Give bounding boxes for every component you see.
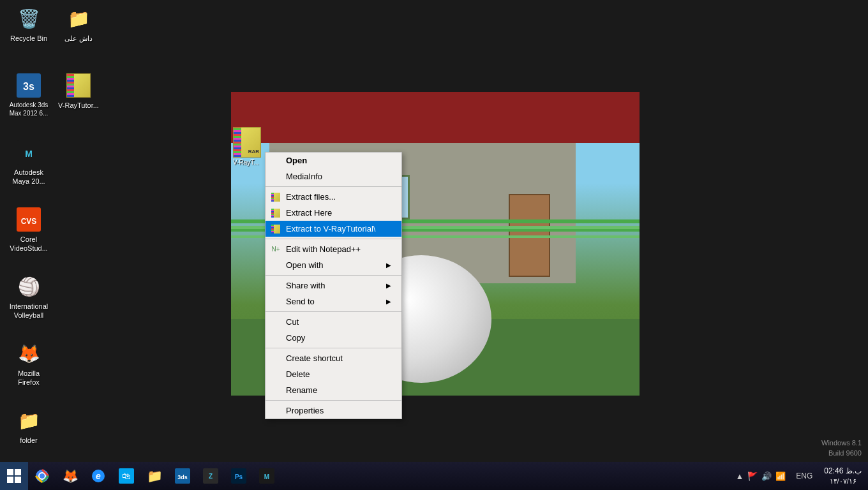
- menu-notepad-label: Edit with Notepad++: [286, 244, 361, 254]
- menu-extract-files-label: Extract files...: [286, 192, 336, 202]
- menu-item-notepad[interactable]: N+ Edit with Notepad++: [266, 241, 401, 257]
- desktop-icon-firefox[interactable]: 🦊 MozillaFirefox: [3, 338, 54, 390]
- dash-ali-label: داش علی: [64, 34, 93, 43]
- scene-roof: [231, 92, 640, 143]
- desktop-icon-dash-ali[interactable]: 📁 داش علی: [53, 3, 104, 45]
- taskbar-photoshop[interactable]: Ps: [225, 462, 253, 490]
- taskbar-icons: 🦊 e 🛍 📁 3ds: [28, 462, 281, 490]
- speaker-icon: 🔊: [761, 471, 772, 481]
- taskbar-firefox[interactable]: 🦊: [56, 462, 84, 490]
- menu-item-cut[interactable]: Cut: [266, 314, 401, 330]
- volleyball-label: InternationalVolleyball: [10, 302, 49, 320]
- taskbar-zbrush[interactable]: Z: [197, 462, 225, 490]
- taskbar-maya[interactable]: M: [253, 462, 281, 490]
- desktop-icon-vray[interactable]: V-RayTutor...: [53, 70, 104, 112]
- desktop-icon-folder[interactable]: 📁 folder: [3, 405, 54, 447]
- menu-item-extract-here[interactable]: Extract Here: [266, 205, 401, 221]
- vray-label: V-RayTutor...: [58, 101, 99, 110]
- menu-create-shortcut-label: Create shortcut: [286, 353, 343, 363]
- taskbar-folder[interactable]: 📁: [140, 462, 168, 490]
- send-to-arrow: ▶: [386, 298, 391, 305]
- taskbar-store[interactable]: 🛍: [112, 462, 140, 490]
- windows-version-line1: Windows 8.1: [821, 438, 862, 448]
- svg-text:M: M: [264, 473, 269, 480]
- maya-label: AutodeskMaya 20...: [12, 168, 45, 186]
- svg-text:3s: 3s: [23, 81, 34, 92]
- desktop: 🗑️ Recycle Bin 📁 داش علی 3s Autodesk 3ds…: [0, 0, 868, 490]
- menu-item-properties[interactable]: Properties: [266, 403, 401, 419]
- menu-separator-5: [266, 348, 401, 348]
- menu-extract-to-label: Extract to V-RayTutorial\: [286, 224, 375, 234]
- menu-copy-label: Copy: [286, 333, 305, 343]
- menu-item-send-to[interactable]: Send to ▶: [266, 293, 401, 309]
- taskbar-chrome[interactable]: [28, 462, 56, 490]
- menu-separator-4: [266, 311, 401, 312]
- menu-item-delete[interactable]: Delete: [266, 366, 401, 382]
- start-button[interactable]: [0, 462, 28, 490]
- menu-mediainfo-label: MediaInfo: [286, 172, 322, 181]
- rar-icon-extract: [271, 192, 281, 202]
- menu-item-open[interactable]: Open: [266, 152, 401, 168]
- flag-icon: 🚩: [747, 471, 758, 481]
- rar-icon-here: [271, 208, 281, 218]
- menu-separator-3: [266, 275, 401, 276]
- menu-extract-here-label: Extract Here: [286, 208, 332, 218]
- folder-label: folder: [20, 436, 38, 445]
- open-with-arrow: ▶: [386, 262, 391, 269]
- network-icon: 📶: [775, 471, 786, 481]
- context-menu: Open MediaInfo Extract files... Extract …: [265, 152, 402, 419]
- taskbar-3ds[interactable]: 3ds: [168, 462, 197, 490]
- corel-icon: CVS: [16, 207, 41, 232]
- firefox-label: MozillaFirefox: [18, 369, 40, 387]
- svg-point-8: [40, 473, 45, 479]
- menu-item-extract-files[interactable]: Extract files...: [266, 189, 401, 205]
- svg-text:🛍: 🛍: [122, 471, 131, 481]
- network-up-icon: ▲: [735, 471, 744, 481]
- taskbar-ie[interactable]: e: [84, 462, 112, 490]
- menu-separator-2: [266, 239, 401, 239]
- maya-icon: M: [16, 140, 41, 165]
- menu-item-rename[interactable]: Rename: [266, 382, 401, 398]
- menu-send-to-label: Send to: [286, 297, 315, 306]
- menu-open-label: Open: [286, 156, 307, 165]
- desktop-icon-recycle-bin[interactable]: 🗑️ Recycle Bin: [3, 3, 54, 45]
- sys-icons: ▲ 🚩 🔊 📶: [730, 471, 791, 481]
- menu-item-share-with[interactable]: Share with ▶: [266, 278, 401, 293]
- desktop-icon-3ds[interactable]: 3s Autodesk 3dsMax 2012 6...: [3, 70, 54, 120]
- recycle-bin-label: Recycle Bin: [10, 34, 47, 43]
- notepad-icon: N+: [271, 244, 281, 255]
- menu-item-extract-to[interactable]: Extract to V-RayTutorial\: [266, 221, 401, 237]
- svg-text:3ds: 3ds: [177, 474, 188, 480]
- desktop-icon-corel[interactable]: CVS CorelVideoStud...: [3, 204, 54, 256]
- 3ds-label: Autodesk 3dsMax 2012 6...: [10, 101, 49, 117]
- menu-item-open-with[interactable]: Open with ▶: [266, 257, 401, 273]
- clock-time: 02:46 ب.ظ: [824, 466, 862, 477]
- desktop-icon-maya[interactable]: M AutodeskMaya 20...: [3, 137, 54, 189]
- menu-separator-1: [266, 186, 401, 187]
- svg-text:Ps: Ps: [235, 473, 243, 480]
- corel-label: CorelVideoStud...: [10, 235, 48, 253]
- svg-text:e: e: [96, 471, 101, 481]
- menu-open-with-label: Open with: [286, 260, 324, 270]
- taskbar-clock[interactable]: 02:46 ب.ظ ۱۴/۰۷/۱۶: [818, 466, 868, 486]
- svg-text:Z: Z: [209, 473, 213, 480]
- taskbar-language[interactable]: ENG: [791, 471, 818, 480]
- desktop-icon-volleyball[interactable]: 🏐 InternationalVolleyball: [3, 271, 54, 323]
- menu-rename-label: Rename: [286, 385, 317, 395]
- scene-file-icon: RAR V-RayT...: [233, 127, 261, 166]
- dash-ali-icon: 📁: [66, 6, 91, 31]
- vray-icon: [66, 73, 91, 98]
- menu-item-create-shortcut[interactable]: Create shortcut: [266, 350, 401, 366]
- taskbar-right: ▲ 🚩 🔊 📶 ENG 02:46 ب.ظ ۱۴/۰۷/۱۶: [730, 462, 868, 490]
- firefox-icon: 🦊: [16, 341, 41, 366]
- taskbar: 🦊 e 🛍 📁 3ds: [0, 462, 868, 490]
- menu-item-mediainfo[interactable]: MediaInfo: [266, 168, 401, 184]
- volleyball-icon: 🏐: [16, 274, 41, 299]
- folder-icon: 📁: [16, 408, 41, 433]
- share-with-arrow: ▶: [386, 282, 391, 289]
- menu-delete-label: Delete: [286, 369, 310, 379]
- menu-item-copy[interactable]: Copy: [266, 330, 401, 346]
- clock-date: ۱۴/۰۷/۱۶: [824, 477, 862, 486]
- start-icon: [7, 469, 21, 483]
- windows-version: Windows 8.1 Build 9600: [821, 438, 862, 458]
